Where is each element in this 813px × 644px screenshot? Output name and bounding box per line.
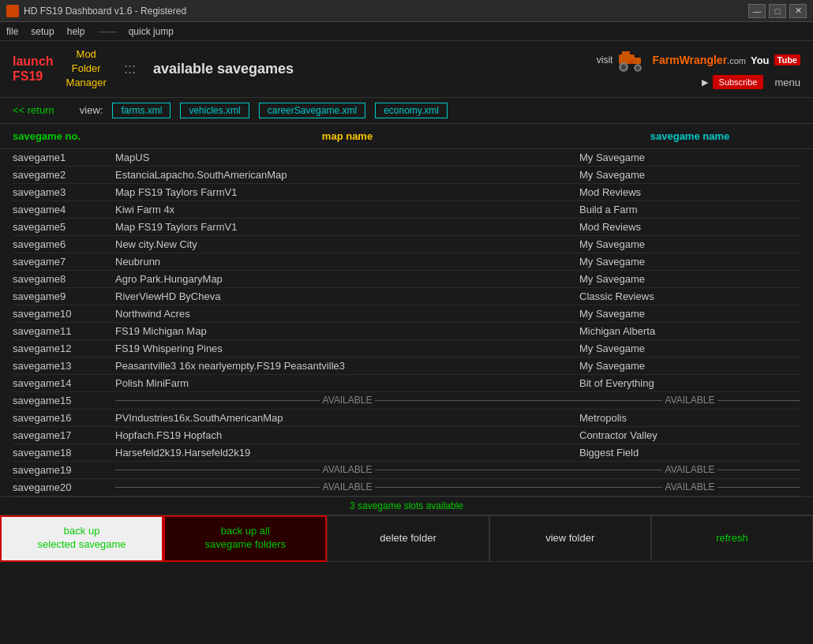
table-row[interactable]: savegame12FS19 Whispering PinesMy Savega… <box>13 340 800 358</box>
app-icon <box>6 5 19 17</box>
menu-quickjump[interactable]: quick jump <box>129 26 174 37</box>
view-label: view: <box>80 104 103 116</box>
visit-label: visit <box>597 54 613 66</box>
tab-vehicles-xml[interactable]: vehicles.xml <box>180 103 249 118</box>
tab-economy-xml[interactable]: economy.xml <box>375 103 448 118</box>
cell-savegame-name: My Savegame <box>579 360 800 372</box>
farmwrangler-text: FarmWrangler <box>652 54 727 66</box>
table-row[interactable]: savegame5Map FS19 Taylors FarmV1Mod Revi… <box>13 219 800 236</box>
cell-savegame-name: My Savegame <box>579 169 800 181</box>
cell-savegame-no: savegame11 <box>13 325 115 337</box>
nav-bar: << return view: farms.xml vehicles.xml c… <box>0 98 813 124</box>
table-row[interactable]: savegame6New city.New CityMy Savegame <box>13 236 800 253</box>
cell-map-name: RiverViewHD ByCheva <box>115 290 579 302</box>
cell-savegame-no: savegame15 <box>13 395 115 406</box>
view-folder-button[interactable]: view folder <box>489 515 651 562</box>
cell-savegame-no: savegame3 <box>13 186 115 198</box>
table-row[interactable]: savegame7NeubrunnMy Savegame <box>13 253 800 271</box>
cell-savegame-no: savegame6 <box>13 238 115 250</box>
cell-savegame-no: savegame9 <box>13 290 115 302</box>
cell-savegame-no: savegame19 <box>13 464 115 476</box>
table-row[interactable]: savegame9RiverViewHD ByChevaClassic Revi… <box>13 288 800 305</box>
cell-savegame-no: savegame7 <box>13 256 115 268</box>
tractor-icon <box>617 48 647 72</box>
table-row[interactable]: savegame4Kiwi Farm 4xBuild a Farm <box>13 201 800 219</box>
table-row[interactable]: savegame14Polish MiniFarmBit of Everythi… <box>13 375 800 392</box>
title-bar-controls[interactable]: — □ ✕ <box>748 4 807 18</box>
table-row[interactable]: savegame17Hopfach.FS19 HopfachContractor… <box>13 427 800 444</box>
cell-savegame-name: Mod Reviews <box>579 186 800 198</box>
table-row[interactable]: savegame10Northwind AcresMy Savegame <box>13 305 800 323</box>
cell-savegame-name: Classic Reviews <box>579 290 800 302</box>
cell-savegame-no: savegame17 <box>13 429 115 441</box>
table-row[interactable]: savegame18Harsefeld2k19.Harsefeld2k19Big… <box>13 444 800 462</box>
cell-map-name: AVAILABLE <box>115 395 579 406</box>
table-row[interactable]: savegame20 AVAILABLE AVAILABLE <box>13 479 800 496</box>
close-button[interactable]: ✕ <box>789 4 807 18</box>
cell-map-name: New city.New City <box>115 238 579 250</box>
cell-savegame-no: savegame13 <box>13 360 115 372</box>
savegame-table: savegame1MapUSMy Savegamesavegame2Estanc… <box>0 149 813 497</box>
cell-map-name: Hopfach.FS19 Hopfach <box>115 429 579 441</box>
svg-rect-6 <box>633 58 641 64</box>
cell-savegame-no: savegame18 <box>13 447 115 459</box>
backup-all-button[interactable]: back up all savegame folders <box>163 515 327 562</box>
title-bar-left: HD FS19 Dashboard v1.6 - Registered <box>6 5 186 17</box>
table-row[interactable]: savegame13Peasantville3 16x nearlyempty.… <box>13 358 800 375</box>
header-left: launch FS19 Mod Folder Manager ::: avail… <box>13 47 294 91</box>
cell-map-name: Peasantville3 16x nearlyempty.FS19 Peasa… <box>115 360 579 372</box>
title-bar: HD FS19 Dashboard v1.6 - Registered — □ … <box>0 0 813 22</box>
return-button[interactable]: << return <box>13 104 54 116</box>
menu-button[interactable]: menu <box>774 77 800 88</box>
cell-savegame-no: savegame4 <box>13 204 115 215</box>
cell-map-name: Neubrunn <box>115 256 579 268</box>
maximize-button[interactable]: □ <box>769 4 786 18</box>
cell-savegame-name: Build a Farm <box>579 204 800 215</box>
minimize-button[interactable]: — <box>748 4 766 18</box>
col-header-name: savegame name <box>579 130 800 142</box>
cell-savegame-name: AVAILABLE <box>579 464 800 475</box>
tab-career-savegame-xml[interactable]: careerSavegame.xml <box>259 103 365 118</box>
svg-point-3 <box>622 66 625 69</box>
col-header-no: savegame no. <box>13 130 115 142</box>
refresh-button[interactable]: refresh <box>651 515 813 562</box>
cell-savegame-name: AVAILABLE <box>579 395 800 406</box>
cell-savegame-no: savegame8 <box>13 273 115 285</box>
youtube-logo-area: visit FarmWrangler .com You Tube ▶ Subsc… <box>597 48 800 89</box>
cell-map-name: PVIndustries16x.SouthAmericanMap <box>115 412 579 424</box>
table-row[interactable]: savegame19 AVAILABLE AVAILABLE <box>13 462 800 479</box>
cell-map-name: FS19 Whispering Pines <box>115 343 579 354</box>
table-row[interactable]: savegame11FS19 Michigan MapMichigan Albe… <box>13 323 800 340</box>
subscribe-button[interactable]: Subscribe <box>713 75 764 89</box>
menu-setup[interactable]: setup <box>31 26 54 37</box>
table-row[interactable]: savegame2EstanciaLapacho.SouthAmericanMa… <box>13 167 800 184</box>
cell-savegame-no: savegame16 <box>13 412 115 424</box>
table-row[interactable]: savegame16PVIndustries16x.SouthAmericanM… <box>13 410 800 427</box>
cell-map-name: FS19 Michigan Map <box>115 325 579 337</box>
table-row[interactable]: savegame3Map FS19 Taylors FarmV1Mod Revi… <box>13 184 800 201</box>
colons-separator: ::: <box>124 61 136 77</box>
svg-rect-7 <box>629 59 634 64</box>
table-row[interactable]: savegame1MapUSMy Savegame <box>13 149 800 167</box>
menu-file[interactable]: file <box>6 26 18 37</box>
menu-bar: file setup help ---------- quick jump <box>0 22 813 41</box>
subscribe-row: ▶ Subscribe menu <box>702 75 800 89</box>
cell-map-name: Map FS19 Taylors FarmV1 <box>115 221 579 233</box>
tab-farms-xml[interactable]: farms.xml <box>112 103 170 118</box>
cell-savegame-name: My Savegame <box>579 238 800 250</box>
table-row[interactable]: savegame8Agro Park.HungaryMapMy Savegame <box>13 271 800 288</box>
status-bar: 3 savegame slots available <box>0 497 813 515</box>
table-row[interactable]: savegame15 AVAILABLE AVAILABLE <box>13 392 800 410</box>
column-headers: savegame no. map name savegame name <box>0 124 813 149</box>
cell-savegame-name: My Savegame <box>579 256 800 268</box>
mod-folder-manager[interactable]: Mod Folder Manager <box>66 47 107 91</box>
menu-help[interactable]: help <box>67 26 85 37</box>
cell-savegame-no: savegame12 <box>13 343 115 354</box>
cell-map-name: Harsefeld2k19.Harsefeld2k19 <box>115 447 579 459</box>
title-text: HD FS19 Dashboard v1.6 - Registered <box>24 6 186 17</box>
cell-map-name: MapUS <box>115 152 579 163</box>
backup-selected-button[interactable]: back up selected savegame <box>0 515 163 562</box>
yt-top-row: visit FarmWrangler .com You Tube <box>597 48 800 72</box>
launch-button[interactable]: launch FS19 <box>13 54 54 84</box>
delete-folder-button[interactable]: delete folder <box>327 515 489 562</box>
